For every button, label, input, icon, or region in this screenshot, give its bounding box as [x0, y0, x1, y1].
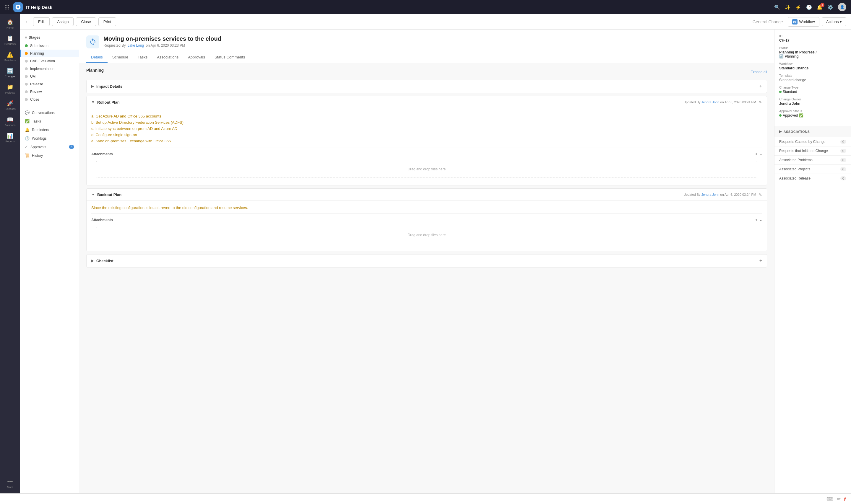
stage-dot-planning	[25, 52, 28, 55]
stage-planning[interactable]: Planning	[20, 50, 79, 57]
checklist-arrow: ▶	[91, 259, 94, 263]
assoc-requests-caused: Requests Caused by Change 0	[775, 137, 851, 146]
tab-status-comments[interactable]: Status Comments	[210, 52, 250, 63]
backout-updated-by[interactable]: Jendra John	[701, 193, 719, 196]
expand-all-button[interactable]: Expand all	[750, 70, 767, 74]
requests-icon: 📋	[7, 35, 13, 42]
nav-approvals[interactable]: ✓ Approvals 4	[20, 143, 79, 151]
nav-worklogs[interactable]: 🕐 Worklogs	[20, 134, 79, 143]
backout-plan-header[interactable]: ▼ Backout Plan Updated By Jendra John on…	[87, 189, 767, 201]
stage-uat[interactable]: UAT	[20, 73, 79, 80]
checklist-title: Checklist	[96, 259, 757, 263]
sidebar-item-solutions[interactable]: 📖 Solutions	[0, 114, 20, 129]
history-icon-nav: 📜	[25, 153, 30, 158]
stage-dot-uat	[25, 75, 28, 78]
nav-history[interactable]: 📜 History	[20, 151, 79, 160]
backout-plan-title: Backout Plan	[97, 193, 683, 197]
stage-close[interactable]: Close	[20, 96, 79, 103]
nav-tasks[interactable]: ✅ Tasks	[20, 117, 79, 125]
translate-icon[interactable]: ⌨	[827, 496, 833, 502]
requester-link[interactable]: Jake Long	[128, 43, 144, 48]
checklist-section: ▶ Checklist +	[86, 254, 767, 268]
impact-details-header[interactable]: ▶ Impact Details +	[87, 80, 767, 93]
body-area: ≡ Stages Submission Planning CAB Evaluat…	[20, 30, 851, 493]
nav-conversations[interactable]: 💬 Conversations	[20, 108, 79, 117]
backout-drop-zone[interactable]: Drag and drop files here	[96, 227, 757, 243]
content-subtitle: Requested By Jake Long on Apr 6, 2020 03…	[103, 43, 221, 48]
backout-attachments-controls: + ⌄	[755, 218, 762, 222]
gear-icon[interactable]: ⚙️	[827, 4, 833, 10]
sidebar-item-projects[interactable]: 📁 Projects	[0, 82, 20, 96]
rollout-plan-edit-icon[interactable]: ✎	[759, 100, 762, 105]
main-layout: 🏠 Home 📋 Requests ⚠️ Problems 🔄 Changes …	[0, 14, 851, 493]
close-button[interactable]: Close	[76, 17, 96, 26]
tab-tasks[interactable]: Tasks	[133, 52, 152, 63]
tab-associations[interactable]: Associations	[152, 52, 183, 63]
backout-plan-edit-icon[interactable]: ✎	[759, 192, 762, 197]
rollout-plan-header[interactable]: ▼ Rollout Plan Updated By Jendra John on…	[87, 96, 767, 108]
grid-menu-icon[interactable]	[5, 5, 9, 10]
changes-icon: 🔄	[7, 68, 13, 74]
workflow-button[interactable]: Workflow	[788, 17, 819, 26]
rollout-updated-by[interactable]: Jendra John	[701, 101, 719, 104]
beta-icon[interactable]: β	[844, 497, 846, 501]
stage-implementation[interactable]: Implementation	[20, 65, 79, 73]
assoc-release: Associated Release 0	[775, 174, 851, 183]
sidebar-item-releases[interactable]: 🚀 Releases	[0, 98, 20, 113]
attachments-controls: + ⌄	[755, 152, 762, 156]
sidebar-item-home[interactable]: 🏠 Home	[0, 17, 20, 32]
id-value: CH-17	[779, 38, 846, 42]
template-value: Standard change	[779, 78, 846, 82]
impact-details-title: Impact Details	[96, 84, 757, 89]
tab-details[interactable]: Details	[86, 52, 107, 63]
backout-attachments-add-icon[interactable]: +	[755, 218, 757, 222]
lightning-icon[interactable]: ⚡	[796, 4, 801, 10]
sidebar-item-more[interactable]: ••• More	[0, 476, 20, 491]
attachments-expand-icon[interactable]: ⌄	[759, 152, 762, 156]
layers-icon: ≡	[25, 35, 27, 39]
sidebar-item-reports[interactable]: 📊 Reports	[0, 130, 20, 145]
stage-submission[interactable]: Submission	[20, 42, 79, 50]
sidebar-divider	[20, 106, 79, 106]
sidebar-item-requests[interactable]: 📋 Requests	[0, 33, 20, 48]
print-button[interactable]: Print	[99, 17, 117, 26]
tab-schedule[interactable]: Schedule	[107, 52, 133, 63]
attachments-add-icon[interactable]: +	[755, 152, 757, 156]
sidebar-item-changes[interactable]: 🔄 Changes	[0, 65, 20, 80]
change-type-label: Change Type	[779, 86, 846, 89]
checklist-add[interactable]: +	[759, 258, 762, 263]
edit-bottom-icon[interactable]: ✏	[837, 496, 841, 502]
field-change-owner: Change Owner Jendra John	[779, 97, 846, 106]
associations-header[interactable]: ▶ ASSOCIATIONS	[775, 126, 851, 137]
rollout-drop-zone[interactable]: Drag and drop files here	[96, 161, 757, 177]
stage-cab-evaluation[interactable]: CAB Evaluation	[20, 57, 79, 65]
page-title: Moving on-premises services to the cloud	[103, 35, 221, 42]
problems-icon: ⚠️	[7, 51, 13, 58]
backout-attachments-expand-icon[interactable]: ⌄	[759, 218, 762, 222]
stage-review[interactable]: Review	[20, 88, 79, 96]
rollout-plan-arrow: ▼	[91, 100, 95, 104]
impact-details-add[interactable]: +	[759, 84, 762, 89]
checklist-header[interactable]: ▶ Checklist +	[87, 254, 767, 267]
change-type-dot	[779, 91, 782, 93]
solutions-icon: 📖	[7, 116, 13, 123]
title-block: Moving on-premises services to the cloud…	[103, 35, 221, 48]
backout-attachments-header: Attachments + ⌄	[91, 216, 762, 224]
notifications-icon[interactable]: 🔔 1	[817, 4, 823, 10]
history-icon[interactable]: 🕐	[806, 4, 812, 10]
wand-icon[interactable]: ✨	[785, 4, 791, 10]
actions-button[interactable]: Actions ▾	[822, 17, 846, 26]
user-avatar[interactable]: 👤	[838, 3, 846, 11]
search-icon[interactable]: 🔍	[774, 4, 780, 10]
stage-release[interactable]: Release	[20, 80, 79, 88]
tab-approvals[interactable]: Approvals	[183, 52, 210, 63]
id-label: ID	[779, 34, 846, 38]
top-nav-icons: 🔍 ✨ ⚡ 🕐 🔔 1 ⚙️ 👤	[774, 3, 846, 11]
nav-reminders[interactable]: 🔔 Reminders	[20, 125, 79, 134]
sidebar-item-problems[interactable]: ⚠️ Problems	[0, 49, 20, 64]
template-label: Template	[779, 74, 846, 77]
rollout-plan-body: a. Get Azure AD and Office 365 accounts …	[87, 108, 767, 185]
edit-button[interactable]: Edit	[33, 17, 50, 26]
assign-button[interactable]: Assign	[52, 17, 73, 26]
back-button[interactable]: ←	[25, 19, 30, 24]
